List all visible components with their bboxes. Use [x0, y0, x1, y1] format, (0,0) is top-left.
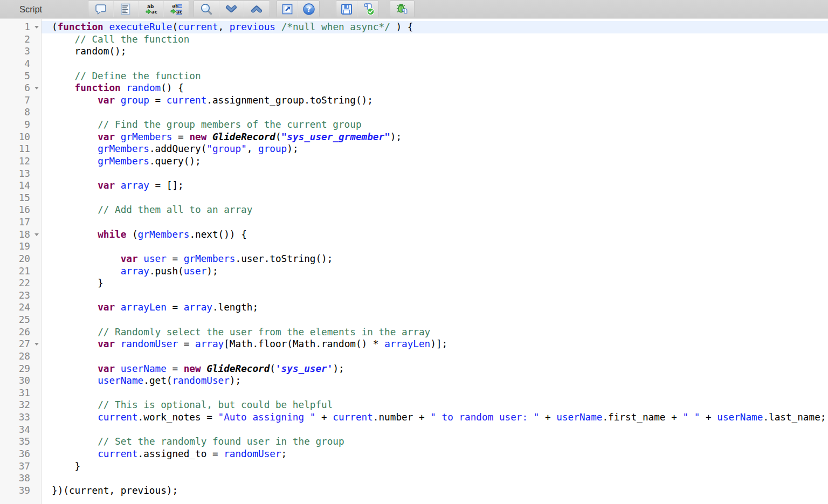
code-line-19[interactable]	[42, 240, 828, 253]
line-number-3[interactable]: 3	[0, 45, 41, 58]
syntax-check-button[interactable]	[357, 1, 378, 17]
code-line-2[interactable]: // Call the function	[42, 33, 828, 46]
line-number-34[interactable]: 34	[0, 424, 41, 436]
code-line-3[interactable]: random();	[42, 45, 828, 58]
code-line-10[interactable]: var grMembers = new GlideRecord("sys_use…	[42, 131, 828, 143]
line-number-2[interactable]: 2	[0, 33, 41, 46]
line-number-5[interactable]: 5	[0, 70, 41, 82]
code-line-16[interactable]: // Add them all to an array	[42, 204, 828, 216]
fold-arrow-icon[interactable]	[34, 26, 39, 29]
line-number-35[interactable]: 35	[0, 436, 41, 448]
line-number-4[interactable]: 4	[0, 58, 41, 70]
line-number-19[interactable]: 19	[0, 240, 41, 253]
code-line-34[interactable]	[42, 424, 828, 436]
line-number-26[interactable]: 26	[0, 326, 41, 339]
code-line-24[interactable]: var arrayLen = array.length;	[42, 301, 828, 314]
code-line-30[interactable]: userName.get(randomUser);	[42, 375, 828, 387]
line-number-16[interactable]: 16	[0, 204, 41, 216]
code-line-36[interactable]: current.assigned_to = randomUser;	[42, 448, 828, 460]
line-number-32[interactable]: 32	[0, 399, 41, 411]
line-number-36[interactable]: 36	[0, 448, 41, 460]
line-number-39[interactable]: 39	[0, 485, 41, 497]
line-number-33[interactable]: 33	[0, 411, 41, 424]
replace-all-button[interactable]: ab ac	[164, 1, 189, 17]
code-line-27[interactable]: var randomUser = array[Math.floor(Math.r…	[42, 338, 828, 350]
line-number-38[interactable]: 38	[0, 472, 41, 485]
code-line-7[interactable]: var group = current.assignment_group.toS…	[42, 94, 828, 107]
code-line-28[interactable]	[42, 350, 828, 363]
code-line-15[interactable]	[42, 192, 828, 204]
code-line-22[interactable]: }	[42, 277, 828, 289]
line-number-17[interactable]: 17	[0, 216, 41, 229]
toolbar-group-save	[336, 1, 379, 17]
line-number-11[interactable]: 11	[0, 143, 41, 155]
save-button[interactable]	[336, 1, 357, 17]
code-line-35[interactable]: // Set the randomly found user in the gr…	[42, 436, 828, 448]
line-number-27[interactable]: 27	[0, 338, 41, 350]
code-line-33[interactable]: current.work_notes = "Auto assigning " +…	[42, 411, 828, 424]
line-number-20[interactable]: 20	[0, 253, 41, 265]
code-line-32[interactable]: // This is optional, but could be helpfu…	[42, 399, 828, 411]
code-line-26[interactable]: // Randomly select the user from the ele…	[42, 326, 828, 339]
code-line-11[interactable]: grMembers.addQuery("group", group);	[42, 143, 828, 155]
code-line-8[interactable]	[42, 106, 828, 119]
line-number-25[interactable]: 25	[0, 314, 41, 326]
line-number-29[interactable]: 29	[0, 363, 41, 375]
code-lines[interactable]: (function executeRule(current, previous …	[42, 19, 828, 504]
line-number-9[interactable]: 9	[0, 119, 41, 131]
line-number-21[interactable]: 21	[0, 265, 41, 278]
line-number-15[interactable]: 15	[0, 192, 41, 204]
line-number-30[interactable]: 30	[0, 375, 41, 387]
format-code-icon	[119, 2, 133, 16]
open-in-new-window-button[interactable]	[277, 1, 298, 17]
fold-arrow-icon[interactable]	[34, 233, 39, 236]
format-code-button[interactable]	[114, 1, 139, 17]
line-number-28[interactable]: 28	[0, 350, 41, 363]
code-line-1[interactable]: (function executeRule(current, previous …	[42, 21, 828, 33]
line-number-23[interactable]: 23	[0, 289, 41, 302]
code-line-31[interactable]	[42, 387, 828, 399]
comment-button[interactable]	[88, 1, 114, 17]
line-number-10[interactable]: 10	[0, 131, 41, 143]
help-button[interactable]: ?	[298, 1, 319, 17]
code-line-17[interactable]	[42, 216, 828, 229]
line-number-13[interactable]: 13	[0, 168, 41, 180]
line-number-12[interactable]: 12	[0, 155, 41, 168]
code-line-9[interactable]: // Find the group members of the current…	[42, 119, 828, 131]
line-number-31[interactable]: 31	[0, 387, 41, 399]
line-number-37[interactable]: 37	[0, 460, 41, 473]
replace-button[interactable]: ab ac	[139, 1, 164, 17]
line-number-18[interactable]: 18	[0, 229, 41, 241]
code-line-29[interactable]: var userName = new GlideRecord('sys_user…	[42, 363, 828, 375]
chevron-down-icon	[224, 2, 239, 17]
code-line-21[interactable]: array.push(user);	[42, 265, 828, 278]
line-number-6[interactable]: 6	[0, 82, 41, 94]
code-line-37[interactable]: }	[42, 460, 828, 473]
fold-arrow-icon[interactable]	[34, 343, 39, 346]
code-line-20[interactable]: var user = grMembers.user.toString();	[42, 253, 828, 265]
line-number-7[interactable]: 7	[0, 94, 41, 107]
find-next-button[interactable]	[219, 1, 245, 17]
code-line-39[interactable]: })(current, previous);	[42, 485, 828, 497]
code-line-4[interactable]	[42, 58, 828, 70]
code-line-5[interactable]: // Define the function	[42, 70, 828, 82]
replace-icon: ab ac	[144, 2, 158, 16]
line-number-14[interactable]: 14	[0, 179, 41, 192]
code-line-13[interactable]	[42, 168, 828, 180]
code-line-38[interactable]	[42, 472, 828, 485]
code-line-14[interactable]: var array = [];	[42, 179, 828, 192]
fold-arrow-icon[interactable]	[34, 87, 39, 89]
search-button[interactable]	[194, 1, 219, 17]
line-number-24[interactable]: 24	[0, 301, 41, 314]
debug-icon	[395, 2, 410, 17]
line-number-22[interactable]: 22	[0, 277, 41, 289]
code-line-18[interactable]: while (grMembers.next()) {	[42, 229, 828, 241]
code-line-6[interactable]: function random() {	[42, 82, 828, 94]
code-line-25[interactable]	[42, 314, 828, 326]
find-previous-button[interactable]	[244, 1, 270, 17]
code-line-23[interactable]	[42, 289, 828, 302]
debug-button[interactable]	[390, 1, 414, 17]
line-number-8[interactable]: 8	[0, 106, 41, 119]
code-line-12[interactable]: grMembers.query();	[42, 155, 828, 168]
line-number-1[interactable]: 1	[0, 21, 41, 33]
